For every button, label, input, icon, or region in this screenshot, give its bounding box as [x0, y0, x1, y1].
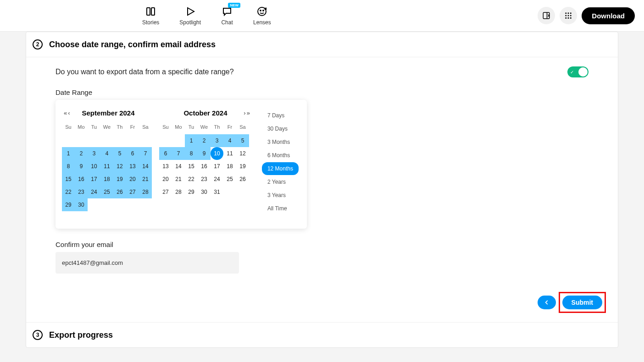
- day-cell[interactable]: 20: [126, 173, 139, 186]
- day-cell[interactable]: 8: [62, 160, 75, 173]
- day-cell: [113, 198, 126, 211]
- day-cell[interactable]: 26: [113, 186, 126, 198]
- chevron-left-icon: [544, 299, 550, 306]
- day-cell[interactable]: 30: [198, 186, 211, 198]
- day-cell[interactable]: 16: [198, 160, 211, 173]
- dow-left: SuMoTuWeThFrSa: [62, 122, 155, 132]
- nav-lenses[interactable]: Lenses: [253, 5, 271, 26]
- day-cell[interactable]: 3: [211, 134, 223, 147]
- day-cell[interactable]: 8: [185, 147, 198, 160]
- day-cell[interactable]: 2: [198, 134, 211, 147]
- dow-cell: Tu: [185, 122, 198, 132]
- day-cell[interactable]: 3: [88, 147, 100, 160]
- day-cell[interactable]: 15: [185, 160, 198, 173]
- day-cell[interactable]: 25: [100, 186, 113, 198]
- day-cell[interactable]: 28: [172, 186, 185, 198]
- apps-icon-button[interactable]: [560, 7, 577, 24]
- download-button[interactable]: Download: [582, 7, 635, 24]
- back-button[interactable]: [538, 296, 556, 309]
- day-cell[interactable]: 13: [126, 160, 139, 173]
- day-cell[interactable]: 29: [62, 198, 75, 211]
- date-range-toggle[interactable]: ✓: [567, 66, 588, 77]
- preset-option[interactable]: 6 Months: [262, 149, 299, 162]
- day-cell[interactable]: 12: [113, 160, 126, 173]
- day-cell[interactable]: 22: [185, 173, 198, 186]
- day-cell: [75, 134, 88, 147]
- spotlight-icon: [184, 5, 196, 17]
- nav-stories-label: Stories: [142, 19, 159, 26]
- day-cell[interactable]: 22: [62, 186, 75, 198]
- day-cell[interactable]: 23: [198, 173, 211, 186]
- apps-grid-icon: [564, 11, 572, 20]
- day-cell[interactable]: 13: [159, 160, 172, 173]
- day-cell[interactable]: 17: [88, 173, 100, 186]
- day-cell[interactable]: 12: [236, 147, 249, 160]
- day-cell[interactable]: 26: [236, 173, 249, 186]
- day-cell[interactable]: 28: [139, 186, 152, 198]
- submit-highlight: Submit: [559, 292, 606, 313]
- day-cell[interactable]: 25: [223, 173, 236, 186]
- day-cell[interactable]: 7: [139, 147, 152, 160]
- nav-chat[interactable]: NEW Chat: [221, 5, 233, 26]
- cal-next[interactable]: › »: [244, 110, 250, 116]
- svg-point-5: [263, 10, 264, 11]
- day-cell[interactable]: 1: [62, 147, 75, 160]
- nav-spotlight-label: Spotlight: [179, 19, 201, 26]
- day-cell[interactable]: 31: [211, 186, 223, 198]
- day-cell[interactable]: 4: [100, 147, 113, 160]
- preset-option[interactable]: 7 Days: [262, 109, 299, 122]
- day-cell[interactable]: 16: [75, 173, 88, 186]
- day-cell[interactable]: 7: [172, 147, 185, 160]
- day-cell[interactable]: 30: [75, 198, 88, 211]
- day-cell[interactable]: 6: [126, 147, 139, 160]
- nav-spotlight[interactable]: Spotlight: [179, 5, 201, 26]
- day-cell[interactable]: 10: [211, 147, 223, 160]
- day-cell[interactable]: 18: [100, 173, 113, 186]
- day-cell[interactable]: 5: [113, 147, 126, 160]
- day-cell[interactable]: 23: [75, 186, 88, 198]
- day-cell[interactable]: 5: [236, 134, 249, 147]
- cal-prev[interactable]: « ‹: [64, 110, 70, 116]
- step3-header[interactable]: 3 Export progress: [26, 322, 618, 347]
- day-cell[interactable]: 27: [159, 186, 172, 198]
- day-cell[interactable]: 10: [88, 160, 100, 173]
- day-cell[interactable]: 4: [223, 134, 236, 147]
- day-cell[interactable]: 14: [139, 160, 152, 173]
- day-cell[interactable]: 24: [88, 186, 100, 198]
- day-cell[interactable]: 19: [113, 173, 126, 186]
- day-cell[interactable]: 19: [236, 160, 249, 173]
- dow-cell: Mo: [172, 122, 185, 132]
- preset-option[interactable]: 2 Years: [262, 176, 299, 188]
- day-cell[interactable]: 21: [139, 173, 152, 186]
- day-cell[interactable]: 29: [185, 186, 198, 198]
- submit-button[interactable]: Submit: [562, 296, 602, 309]
- preset-option[interactable]: 12 Months: [262, 162, 299, 175]
- panel-icon-button[interactable]: [538, 7, 555, 24]
- preset-option[interactable]: 3 Years: [262, 189, 299, 202]
- day-cell[interactable]: 24: [211, 173, 223, 186]
- day-cell[interactable]: 11: [100, 160, 113, 173]
- day-cell[interactable]: 2: [75, 147, 88, 160]
- step2-body: Do you want to export data from a specif…: [26, 57, 618, 287]
- day-cell[interactable]: 27: [126, 186, 139, 198]
- day-cell[interactable]: 9: [198, 147, 211, 160]
- dow-cell: Mo: [75, 122, 88, 132]
- day-cell[interactable]: 6: [159, 147, 172, 160]
- nav-stories[interactable]: Stories: [142, 5, 159, 26]
- day-cell[interactable]: 21: [172, 173, 185, 186]
- panel-icon: [542, 11, 550, 20]
- day-cell[interactable]: 15: [62, 173, 75, 186]
- email-field[interactable]: [56, 252, 239, 274]
- day-cell[interactable]: 20: [159, 173, 172, 186]
- day-cell[interactable]: 9: [75, 160, 88, 173]
- dow-cell: Th: [113, 122, 126, 132]
- preset-option[interactable]: All Time: [262, 202, 299, 215]
- chevron-right-icon: ›: [244, 110, 245, 116]
- preset-option[interactable]: 30 Days: [262, 122, 299, 135]
- preset-option[interactable]: 3 Months: [262, 136, 299, 148]
- day-cell[interactable]: 11: [223, 147, 236, 160]
- day-cell[interactable]: 1: [185, 134, 198, 147]
- day-cell[interactable]: 17: [211, 160, 223, 173]
- day-cell[interactable]: 14: [172, 160, 185, 173]
- day-cell[interactable]: 18: [223, 160, 236, 173]
